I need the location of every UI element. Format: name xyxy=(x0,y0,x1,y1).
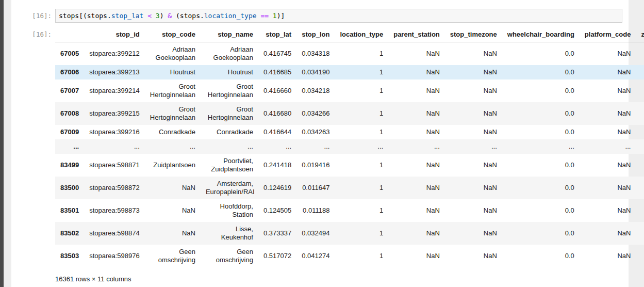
table-row: 67009stoparea:399216ConradkadeConradkade… xyxy=(55,125,644,139)
cell-location_type: ... xyxy=(335,139,388,154)
cell-parent_station: ... xyxy=(388,139,445,154)
cell-platform_code: NaN xyxy=(580,42,636,66)
code-token-operator: < xyxy=(147,12,152,20)
cell-stop_lat: 0.416680 xyxy=(258,102,296,125)
cell-stop_timezone: NaN xyxy=(445,125,502,139)
code-token-operator: & xyxy=(168,12,172,20)
row-index: ... xyxy=(55,139,84,154)
cell-stop_lat: 0.517072 xyxy=(258,245,296,267)
row-index: 67005 xyxy=(55,42,84,66)
cell-stop_lon: 0.034318 xyxy=(296,42,335,66)
cell-stop_timezone: NaN xyxy=(445,245,502,267)
cell-wheelchair_boarding: ... xyxy=(502,139,580,154)
window-edge-dark-strip xyxy=(0,0,4,287)
cell-stop_lat: 0.416644 xyxy=(258,125,296,139)
code-editor[interactable]: stops[(stops.stop_lat < 3) & (stops.loca… xyxy=(55,9,622,23)
table-row: 83503stoparea:598976Geen omschrijvingGee… xyxy=(55,245,644,267)
cell-stop_timezone: NaN xyxy=(445,42,502,66)
cell-platform_code: NaN xyxy=(580,79,636,102)
column-header-stop_code: stop_code xyxy=(145,27,201,42)
row-index: 67006 xyxy=(55,65,84,79)
cell-location_type: 1 xyxy=(335,125,388,139)
cell-location_type: 1 xyxy=(335,154,388,177)
cell-zone_id: NaN xyxy=(636,245,644,267)
cell-stop_code: Groot Hertoginnelaan xyxy=(145,79,201,102)
code-token-plain: ) xyxy=(160,12,168,20)
table-row: 83500stoparea:598872NaNAmsterdam, Europa… xyxy=(55,177,644,199)
cell-wheelchair_boarding: 0.0 xyxy=(502,199,580,222)
cell-stop_timezone: NaN xyxy=(445,65,502,79)
cell-stop_code: Zuidplantsoen xyxy=(145,154,201,177)
cell-platform_code: NaN xyxy=(580,154,636,177)
cell-stop_timezone: NaN xyxy=(445,199,502,222)
code-token-plain xyxy=(269,12,273,20)
cell-parent_station: NaN xyxy=(388,177,445,199)
cell-location_type: 1 xyxy=(335,199,388,222)
cell-zone_id: NaN xyxy=(636,199,644,222)
row-index: 83503 xyxy=(55,245,84,267)
code-token-plain xyxy=(152,12,156,20)
cell-stop_timezone: NaN xyxy=(445,154,502,177)
cell-parent_station: NaN xyxy=(388,199,445,222)
cell-stop_timezone: NaN xyxy=(445,222,502,245)
cell-zone_id: NaN xyxy=(636,79,644,102)
cell-stop_name: Conradkade xyxy=(201,125,258,139)
cell-wheelchair_boarding: 0.0 xyxy=(502,102,580,125)
dataframe-body: 67005stoparea:399212Adriaan GoekooplaanA… xyxy=(55,42,644,268)
cell-parent_station: NaN xyxy=(388,154,445,177)
cell-stop_lat: 0.416685 xyxy=(258,65,296,79)
cell-stop_name: Geen omschrijving xyxy=(201,245,258,267)
cell-stop_code: NaN xyxy=(145,199,201,222)
table-row: 83502stoparea:598874NaNLisse, Keukenhof0… xyxy=(55,222,644,245)
cell-parent_station: NaN xyxy=(388,222,445,245)
cell-parent_station: NaN xyxy=(388,125,445,139)
cell-wheelchair_boarding: 0.0 xyxy=(502,154,580,177)
output-cell: [16]: stop_idstop_codestop_namestop_lats… xyxy=(11,27,629,283)
row-index: 67008 xyxy=(55,102,84,125)
input-prompt: [16]: xyxy=(11,9,55,20)
cell-location_type: 1 xyxy=(335,79,388,102)
code-token-plain: stops[(stops. xyxy=(59,12,111,20)
column-header-location_type: location_type xyxy=(335,27,388,42)
cell-stop_lat: 0.373337 xyxy=(258,222,296,245)
column-header-parent_station: parent_station xyxy=(388,27,445,42)
row-index: 83500 xyxy=(55,177,84,199)
cell-stop_lon: 0.034266 xyxy=(296,102,335,125)
cell-stop_lon: 0.011188 xyxy=(296,199,335,222)
row-index: 83501 xyxy=(55,199,84,222)
code-token-operator: == xyxy=(260,12,269,20)
cell-stop_lat: 0.416745 xyxy=(258,42,296,66)
column-header-platform_code: platform_code xyxy=(580,27,636,42)
cell-stop_name: Lisse, Keukenhof xyxy=(201,222,258,245)
cell-stop_code: Groot Hertoginnelaan xyxy=(145,102,201,125)
cell-stop_code: Houtrust xyxy=(145,65,201,79)
cell-stop_code: Conradkade xyxy=(145,125,201,139)
cell-stop_lon: 0.019416 xyxy=(296,154,335,177)
table-row: 67005stoparea:399212Adriaan GoekooplaanA… xyxy=(55,42,644,66)
cell-stop_id: stoparea:399216 xyxy=(84,125,145,139)
cell-platform_code: NaN xyxy=(580,65,636,79)
cell-stop_name: Groot Hertoginnelaan xyxy=(201,102,258,125)
cell-zone_id: ... xyxy=(636,139,644,154)
cell-stop_lat: ... xyxy=(258,139,296,154)
cell-stop_lon: 0.041274 xyxy=(296,245,335,267)
table-row: 83501stoparea:598873NaNHoofddorp, Statio… xyxy=(55,199,644,222)
table-row: 67008stoparea:399215Groot Hertoginnelaan… xyxy=(55,102,644,125)
cell-wheelchair_boarding: 0.0 xyxy=(502,222,580,245)
cell-location_type: 1 xyxy=(335,177,388,199)
column-header-stop_name: stop_name xyxy=(201,27,258,42)
cell-stop_lon: ... xyxy=(296,139,335,154)
cell-stop_id: stoparea:598976 xyxy=(84,245,145,267)
cell-stop_id: stoparea:598873 xyxy=(84,199,145,222)
code-token-property: location_type xyxy=(204,12,257,20)
cell-parent_station: NaN xyxy=(388,79,445,102)
code-token-number: 3 xyxy=(156,12,160,20)
cell-zone_id: NaN xyxy=(636,65,644,79)
cell-wheelchair_boarding: 0.0 xyxy=(502,65,580,79)
cell-stop_id: stoparea:598874 xyxy=(84,222,145,245)
cell-platform_code: NaN xyxy=(580,222,636,245)
cell-stop_name: Poortvliet, Zuidplantsoen xyxy=(201,154,258,177)
cell-stop_code: Adriaan Goekooplaan xyxy=(145,42,201,66)
cell-wheelchair_boarding: 0.0 xyxy=(502,177,580,199)
cell-stop_timezone: NaN xyxy=(445,177,502,199)
